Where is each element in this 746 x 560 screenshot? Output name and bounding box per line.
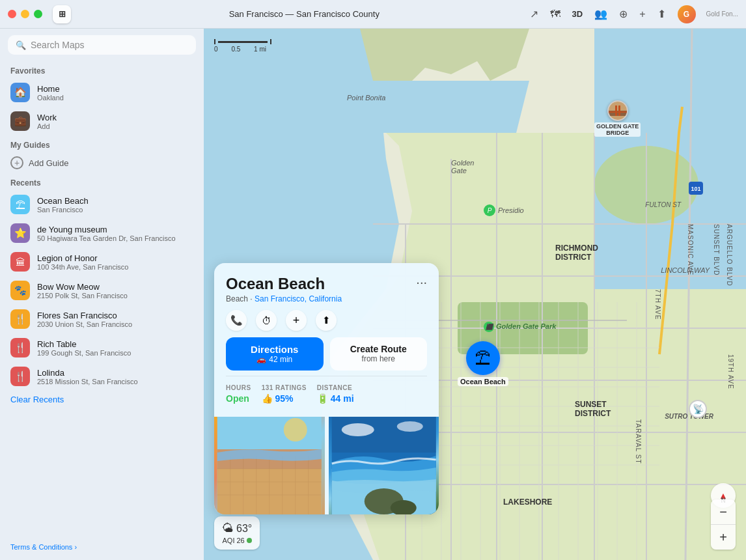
aqi-dot [247,538,252,543]
weather-temperature: 63° [236,523,252,535]
map-area[interactable]: 101 [204,29,746,560]
ratings-value: 👍 95% [262,393,307,404]
weather-icon: 🌤 [222,522,234,535]
bowwow-label: Bow Wow Meow [37,282,128,292]
sidebar-item-richtable[interactable]: 🍴 Rich Table 199 Gough St, San Francisco [0,333,204,362]
card-type: Beach · [226,294,255,303]
richtable-sub: 199 Gough St, San Francisco [37,349,131,357]
directions-button[interactable]: Directions 🚗 42 min [226,337,324,371]
titlebar-icons: ↗ 🗺 3D 👥 ⊕ + ⬆ G Gold Fon... [530,5,738,23]
create-route-label: Create Route [350,344,407,354]
share-button[interactable]: ⬆ [316,310,337,331]
recents-label: Recents [0,173,204,190]
scale-half: 0.5 [231,46,240,53]
flores-label: Flores San Francisco [37,311,132,320]
maximize-button[interactable] [34,10,42,18]
search-input[interactable] [31,40,188,50]
sidebar-toggle-button[interactable]: ⊞ [53,5,71,23]
scale-tick-end [270,39,271,44]
phone-button[interactable]: 📞 [226,310,247,331]
sidebar-item-work[interactable]: 💼 Work Add [0,107,204,135]
add-icon[interactable]: + [639,8,645,20]
deyoung-label: de Young museum [37,225,176,234]
add-guide-button[interactable]: + Add Guide [0,152,204,173]
ocean-beach-label: Ocean Beach [37,196,89,206]
sidebar-item-ocean-beach[interactable]: ⛱ Ocean Beach San Francisco [0,190,204,219]
work-label: Work [37,113,57,122]
people-icon[interactable]: 👥 [594,8,607,20]
7th-ave-label: 7TH AVE [654,289,661,320]
sidebar-item-bowwow[interactable]: 🐾 Bow Wow Meow 2150 Polk St, San Francis… [0,276,204,305]
zoom-out-button[interactable]: − [711,499,736,524]
golden-gate-bridge-pin[interactable]: GOLDEN GATEBRIDGE [594,100,641,137]
terms-link[interactable]: Terms & Conditions › [0,539,204,555]
search-icon: 🔍 [16,40,26,50]
sidebar-item-lolinda[interactable]: 🍴 Lolinda 2518 Mission St, San Francisco [0,362,204,391]
lolinda-sub: 2518 Mission St, San Francisco [37,378,138,385]
timer-button[interactable]: ⏱ [256,310,277,331]
sutro-tower-pin[interactable]: 📡 [689,400,707,418]
ratings-label: 131 RATINGS [262,384,307,391]
home-label: Home [37,84,64,94]
directions-label: Directions [251,344,298,355]
info-card: Ocean Beach ··· Beach · San Francisco, C… [214,263,439,514]
home-sub: Oakland [37,94,64,102]
beach-photo-2[interactable] [329,417,439,514]
zoom-in-button[interactable]: + [711,525,736,550]
add-button[interactable]: + [286,310,307,331]
sidebar-item-flores[interactable]: 🍴 Flores San Francisco 2030 Union St, Sa… [0,305,204,333]
scale-bar [218,41,268,43]
zoom-controls: − + [711,499,736,550]
directions-time: 🚗 42 min [256,355,292,364]
close-button[interactable] [8,10,16,18]
ocean-beach-pin[interactable]: ⛱ Ocean Beach [458,341,508,386]
search-bar[interactable]: 🔍 [8,35,196,55]
maps-icon[interactable]: 🗺 [550,8,560,20]
legion-sub: 100 34th Ave, San Francisco [37,263,128,271]
19th-ave-label: 19TH AVE [727,354,734,389]
window-title: San Francisco — San Francisco County [229,9,380,19]
deyoung-sub: 50 Hagiwara Tea Garden Dr, San Francisco [37,234,176,242]
gold-font-label: Gold Fon... [706,10,738,18]
richtable-label: Rich Table [37,339,131,349]
svg-rect-42 [615,105,617,116]
card-stats: HOURS Open 131 RATINGS 👍 95% DISTANCE 🔋 … [226,376,427,412]
location-icon[interactable]: ↗ [530,8,538,20]
golden-gate-bridge-circle [607,100,628,121]
deyoung-icon: ⭐ [10,223,30,243]
sidebar: 🔍 Favorites 🏠 Home Oakland 💼 Work Add My… [0,29,204,560]
car-icon: 🚗 [256,355,266,364]
card-actions: 📞 ⏱ + ⬆ [226,310,427,331]
ocean-beach-pin-label: Ocean Beach [458,377,508,386]
minimize-button[interactable] [21,10,29,18]
card-title: Ocean Beach [226,275,325,293]
lolinda-label: Lolinda [37,368,138,378]
hours-label: HOURS [226,384,251,391]
arguello-blvd-label: ARGUELLO BLVD [726,224,733,287]
distance-value: 🔋 44 mi [317,393,354,404]
weather-aqi: AQI 26 [223,537,252,544]
3d-button[interactable]: 3D [572,9,583,19]
stat-distance: DISTANCE 🔋 44 mi [317,384,354,404]
weather-widget: 🌤 63° AQI 26 [214,516,260,550]
sidebar-item-home[interactable]: 🏠 Home Oakland [0,78,204,107]
location-pin-icon[interactable]: ⊕ [619,8,628,20]
stat-ratings: 131 RATINGS 👍 95% [262,384,307,404]
scale-1mi: 1 mi [254,46,266,53]
sutro-tower-circle: 📡 [689,400,707,418]
beach-photo-1[interactable] [214,417,325,514]
sidebar-item-legion[interactable]: 🏛 Legion of Honor 100 34th Ave, San Fran… [0,247,204,276]
create-route-button[interactable]: Create Route from here [330,337,428,371]
card-location-link[interactable]: San Francisco, California [255,294,342,303]
card-subtitle: Beach · San Francisco, California [226,294,427,303]
flores-icon: 🍴 [10,309,30,329]
clear-recents-button[interactable]: Clear Recents [0,391,204,408]
taraval-st-label: TARAVAL ST [635,419,642,464]
profile-picture[interactable]: G [678,5,696,23]
share-icon[interactable]: ⬆ [657,8,666,20]
sidebar-item-deyoung[interactable]: ⭐ de Young museum 50 Hagiwara Tea Garden… [0,219,204,247]
scale-labels: 0 0.5 1 mi [214,46,266,53]
card-more-button[interactable]: ··· [416,275,427,290]
golden-gate-bridge-label: GOLDEN GATEBRIDGE [594,122,641,137]
work-sub: Add [37,122,57,130]
